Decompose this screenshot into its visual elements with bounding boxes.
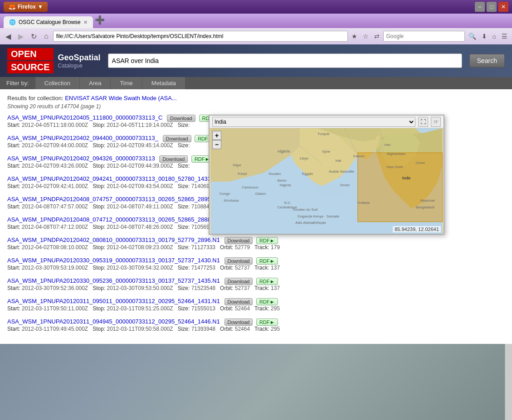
home-nav-button[interactable]: ⌂ xyxy=(491,32,498,41)
download-btn-10[interactable]: Download xyxy=(224,298,253,305)
collection-link[interactable]: ENVISAT ASAR Wide Swath Mode (ASA... xyxy=(65,95,177,101)
minimize-button[interactable]: – xyxy=(475,2,485,12)
result-item-8: ASA_WSM_1PNUPA20120330_095319_0000007331… xyxy=(7,257,505,271)
svg-text:Syrie: Syrie xyxy=(322,150,331,154)
browser-search-input[interactable] xyxy=(383,31,465,42)
svg-text:Tchad: Tchad xyxy=(237,172,247,176)
svg-text:Cameroun: Cameroun xyxy=(242,185,258,189)
download-btn-9[interactable]: Download xyxy=(224,278,253,285)
map-zoom-controls: + − xyxy=(212,131,221,149)
firefox-menu-button[interactable]: 🦊 Firefox ▼ xyxy=(4,2,48,12)
rdf-btn-9[interactable]: RDF► xyxy=(256,278,278,285)
svg-text:Myanmar: Myanmar xyxy=(420,198,435,203)
maximize-button[interactable]: □ xyxy=(487,2,497,12)
rdf-btn-10[interactable]: RDF► xyxy=(256,298,278,305)
close-button[interactable]: ✕ xyxy=(498,2,508,12)
forward-button[interactable]: ▶ xyxy=(15,31,26,42)
site-search-button[interactable]: Search xyxy=(469,54,505,68)
map-zoom-in-button[interactable]: + xyxy=(212,131,221,140)
result-meta-10: Start: 2012-03-11T09:50:11.000Z Stop: 20… xyxy=(7,305,505,312)
results-prefix: Results for collection: xyxy=(7,95,63,101)
svg-text:Ouganda: Ouganda xyxy=(297,214,312,218)
svg-text:Congo: Congo xyxy=(219,192,230,196)
svg-text:Turquie: Turquie xyxy=(317,132,330,136)
browser-titlebar: 🦊 Firefox ▼ – □ ✕ xyxy=(0,0,512,14)
svg-text:Niger: Niger xyxy=(233,163,242,167)
tab-close-button[interactable]: ✕ xyxy=(83,19,88,25)
result-item-7: ASA_WSM_1PNDPA20120402_080810_0000007331… xyxy=(7,237,505,251)
result-link-5[interactable]: ASA_WSM_1PNDPA20120408_074757_0000007331… xyxy=(7,196,220,203)
result-link-8[interactable]: ASA_WSM_1PNUPA20120330_095319_0000007331… xyxy=(7,257,220,264)
result-meta-9: Start: 2012-03-30T09:52:36.000Z Stop: 20… xyxy=(7,285,505,291)
result-link-11[interactable]: ASA_WSM_1PNUPA20120311_094945_0000007331… xyxy=(7,318,220,325)
map-fullscreen-icon[interactable]: ⛶ xyxy=(418,117,428,127)
home-button[interactable]: ⌂ xyxy=(41,31,51,41)
address-bar[interactable] xyxy=(53,31,348,42)
bookmark-button[interactable]: ★ xyxy=(350,32,359,41)
menu-button[interactable]: ☰ xyxy=(500,32,509,41)
map-pan-icon[interactable]: ☞ xyxy=(431,117,441,127)
svg-text:Arabie Saoudite: Arabie Saoudite xyxy=(329,169,355,174)
rdf-btn-7[interactable]: RDF► xyxy=(256,237,278,244)
svg-text:Adis Abeba: Adis Abeba xyxy=(295,221,313,225)
download-btn-3[interactable]: Download xyxy=(159,155,188,163)
filter-tab-metadata[interactable]: Metadata xyxy=(142,77,185,89)
svg-text:Bangladesh: Bangladesh xyxy=(416,205,435,209)
rdf-btn-11[interactable]: RDF► xyxy=(256,319,278,326)
result-link-2[interactable]: ASA_WSM_1PNUPA20120402_094400_0000007331… xyxy=(7,135,158,141)
map-zoom-out-button[interactable]: − xyxy=(212,140,221,149)
result-meta-11: Start: 2012-03-11T09:49:45.000Z Stop: 20… xyxy=(7,326,505,332)
new-tab-button[interactable]: ➕ xyxy=(95,15,105,25)
svg-text:Libye: Libye xyxy=(300,156,308,160)
svg-text:Soudan: Soudan xyxy=(268,172,281,176)
browser-tab-active[interactable]: 🌐 OSGC Catalogue Browse ✕ xyxy=(4,16,93,28)
result-link-9[interactable]: ASA_WSM_1PNUPA20120330_095236_0000007331… xyxy=(7,277,220,284)
map-overlay: India ⛶ ☞ + − xyxy=(209,115,444,235)
firefox-dropdown-icon: ▼ xyxy=(38,4,43,10)
svg-text:Egypte: Egypte xyxy=(302,172,313,176)
svg-text:Afghanistan: Afghanistan xyxy=(387,152,406,156)
download-button[interactable]: ⬇ xyxy=(480,32,489,41)
map-toolbar: India ⛶ ☞ xyxy=(210,116,444,128)
back-button[interactable]: ◀ xyxy=(3,31,14,42)
result-link-4[interactable]: ASA_WSM_1PNUPA20120402_094241_0000007331… xyxy=(7,175,220,182)
site-header: OPEN SOURCE GeoSpatial Catalogue Search xyxy=(0,44,512,77)
refresh-button[interactable]: ↻ xyxy=(28,31,39,42)
results-header: Results for collection: ENVISAT ASAR Wid… xyxy=(7,95,505,101)
filter-tab-time[interactable]: Time xyxy=(111,77,142,89)
svg-text:Nigeria: Nigeria xyxy=(280,183,292,187)
bookmark-outline-button[interactable]: ☆ xyxy=(361,32,371,41)
result-link-7[interactable]: ASA_WSM_1PNDPA20120402_080810_0000007331… xyxy=(7,237,220,243)
filter-tab-area[interactable]: Area xyxy=(80,77,111,89)
result-link-1[interactable]: ASA_WSM_1PNUPA20120405_111800_0000007331… xyxy=(7,114,162,121)
site-search-input[interactable] xyxy=(108,53,462,68)
firefox-label: Firefox xyxy=(18,4,36,10)
tab-favicon: 🌐 xyxy=(9,19,16,25)
logo-stack: OPEN SOURCE xyxy=(7,48,54,73)
map-country-select[interactable]: India xyxy=(212,117,415,127)
svg-text:Kaboul: Kaboul xyxy=(353,154,365,158)
browser-tabbar: 🌐 OSGC Catalogue Browse ✕ ➕ xyxy=(0,14,512,28)
svg-text:Irak: Irak xyxy=(336,159,341,163)
map-body: + − xyxy=(210,128,444,234)
download-btn-11[interactable]: Download xyxy=(224,319,253,326)
refresh-alt-button[interactable]: ⇄ xyxy=(372,32,381,41)
firefox-logo-icon: 🦊 xyxy=(8,3,16,10)
result-link-10[interactable]: ASA_WSM_1PNUPA20120311_095011_0000007331… xyxy=(7,298,220,304)
map-svg: Algérie Niger Tchad Soudan Libye Egypte … xyxy=(210,128,444,234)
download-btn-7[interactable]: Download xyxy=(224,237,253,244)
svg-rect-1 xyxy=(358,153,443,222)
svg-text:Iran: Iran xyxy=(385,143,391,147)
result-link-3[interactable]: ASA_WSM_1PNUPA20120402_094326_0000007331… xyxy=(7,155,155,162)
rdf-btn-8[interactable]: RDF► xyxy=(256,257,278,265)
download-btn-8[interactable]: Download xyxy=(224,257,253,265)
download-btn-2[interactable]: Download xyxy=(163,135,191,142)
download-btn-1[interactable]: Download xyxy=(167,115,195,122)
result-link-6[interactable]: ASA_WSM_1PNDPA20120408_074712_0000007331… xyxy=(7,216,220,223)
svg-text:Somalie: Somalie xyxy=(327,214,340,218)
logo-box: OPEN SOURCE GeoSpatial Catalogue xyxy=(7,48,101,73)
search-icon-button[interactable]: 🔍 xyxy=(467,32,478,41)
filter-tab-collection[interactable]: Collection xyxy=(35,77,80,89)
page-wrapper: OPEN SOURCE GeoSpatial Catalogue Search … xyxy=(0,44,512,420)
logo-source: SOURCE xyxy=(7,61,54,73)
